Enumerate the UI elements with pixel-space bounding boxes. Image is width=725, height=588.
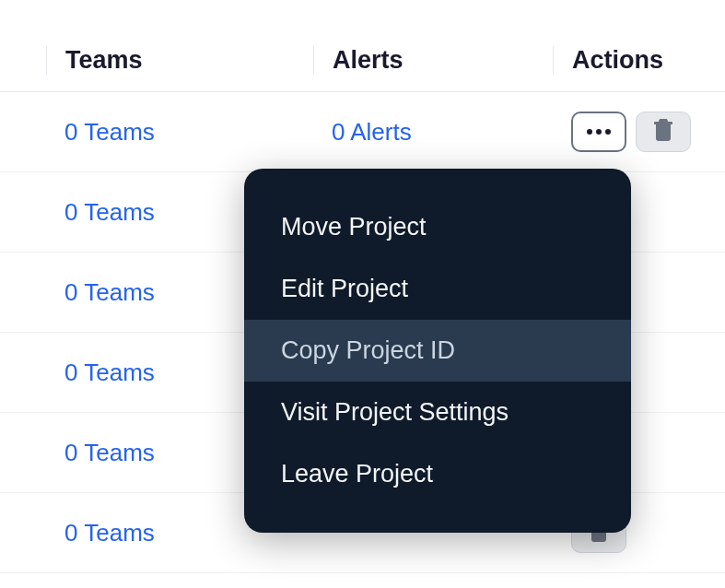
table-row: 0 Teams0 Alerts: [0, 92, 725, 172]
teams-link[interactable]: 0 Teams: [64, 359, 155, 386]
teams-cell: 0 Teams: [46, 118, 313, 147]
menu-item-leave-project[interactable]: Leave Project: [244, 443, 631, 505]
menu-item-visit-project-settings[interactable]: Visit Project Settings: [244, 382, 631, 443]
menu-item-copy-project-id[interactable]: Copy Project ID: [244, 320, 631, 382]
more-icon: [587, 129, 611, 135]
svg-rect-1: [660, 119, 667, 123]
menu-item-edit-project[interactable]: Edit Project: [244, 258, 631, 320]
teams-link[interactable]: 0 Teams: [64, 278, 155, 306]
teams-link[interactable]: 0 Teams: [64, 439, 155, 466]
table-header: Teams Alerts Actions: [0, 46, 725, 92]
header-actions: Actions: [553, 46, 725, 75]
teams-link[interactable]: 0 Teams: [64, 198, 155, 226]
delete-button[interactable]: [636, 112, 691, 152]
actions-cell: [553, 112, 725, 152]
more-button[interactable]: [571, 112, 626, 152]
menu-item-move-project[interactable]: Move Project: [244, 196, 631, 258]
alerts-cell: 0 Alerts: [313, 118, 553, 147]
trash-icon: [652, 118, 674, 146]
alerts-link[interactable]: 0 Alerts: [332, 118, 412, 146]
header-teams: Teams: [46, 46, 313, 75]
header-alerts: Alerts: [313, 46, 553, 75]
teams-link[interactable]: 0 Teams: [64, 118, 155, 146]
teams-link[interactable]: 0 Teams: [64, 519, 155, 547]
context-menu: Move ProjectEdit ProjectCopy Project IDV…: [244, 169, 631, 533]
